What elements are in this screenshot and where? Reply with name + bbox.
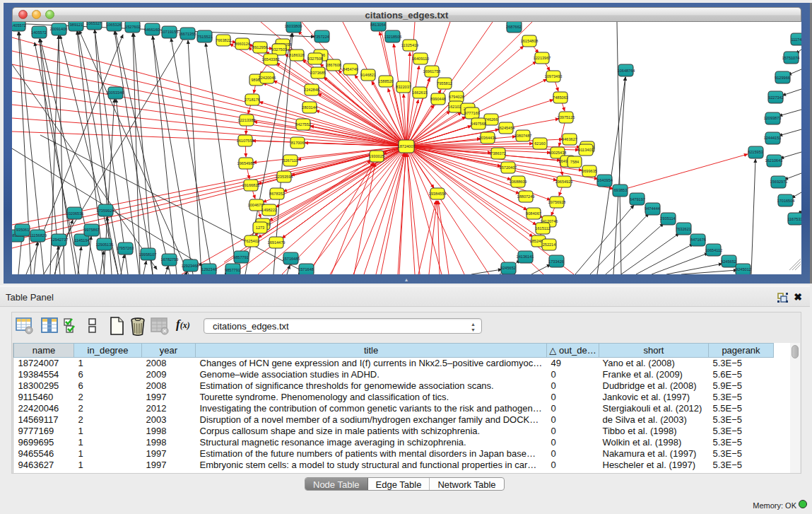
svg-text:8215953: 8215953 <box>748 150 763 154</box>
svg-text:7625402: 7625402 <box>244 239 259 243</box>
svg-text:746266: 746266 <box>485 117 498 122</box>
svg-text:13218506: 13218506 <box>384 35 402 39</box>
svg-text:9245652: 9245652 <box>721 259 736 264</box>
svg-text:1292346: 1292346 <box>201 267 217 271</box>
svg-text:9245012: 9245012 <box>736 267 751 271</box>
svg-text:9129966: 9129966 <box>775 76 790 80</box>
svg-text:8186328: 8186328 <box>289 53 305 57</box>
svg-text:8471676: 8471676 <box>690 238 706 242</box>
svg-text:6479197: 6479197 <box>630 197 645 201</box>
svg-text:12093873: 12093873 <box>764 116 782 120</box>
svg-text:1930025: 1930025 <box>369 154 384 158</box>
svg-text:16961758: 16961758 <box>423 69 441 74</box>
svg-text:20206536: 20206536 <box>66 211 84 216</box>
svg-text:9975867: 9975867 <box>84 228 100 232</box>
svg-text:12353594: 12353594 <box>276 175 293 179</box>
svg-text:989121: 989121 <box>70 23 83 27</box>
svg-text:16914479: 16914479 <box>268 240 286 245</box>
svg-text:16671355: 16671355 <box>179 32 196 36</box>
svg-text:2718176: 2718176 <box>245 98 260 102</box>
svg-text:16409110: 16409110 <box>412 57 429 61</box>
svg-text:7632621: 7632621 <box>676 227 691 231</box>
svg-text:1640954: 1640954 <box>597 178 613 182</box>
svg-text:817006: 817006 <box>291 141 305 145</box>
svg-text:17359924: 17359924 <box>97 209 114 213</box>
svg-text:1117405: 1117405 <box>792 37 801 42</box>
svg-text:2935114: 2935114 <box>660 216 675 221</box>
svg-text:10025438: 10025438 <box>549 151 567 155</box>
svg-text:12213389: 12213389 <box>238 118 256 122</box>
svg-text:2687662: 2687662 <box>506 25 522 29</box>
svg-text:10973493: 10973493 <box>545 74 563 78</box>
svg-text:16210643: 16210643 <box>765 158 783 163</box>
svg-text:3267110: 3267110 <box>283 158 298 163</box>
svg-text:62160: 62160 <box>534 141 546 146</box>
svg-text:9227342: 9227342 <box>768 95 784 100</box>
svg-text:20053346: 20053346 <box>107 90 124 95</box>
svg-text:9146821: 9146821 <box>360 73 376 77</box>
svg-text:9084067: 9084067 <box>526 211 541 216</box>
svg-text:16033809: 16033809 <box>285 24 302 28</box>
svg-text:8912956: 8912956 <box>252 45 268 49</box>
svg-text:1065327: 1065327 <box>86 22 102 25</box>
svg-text:8427552: 8427552 <box>295 122 311 127</box>
svg-text:15716485: 15716485 <box>283 257 300 261</box>
svg-text:1498222: 1498222 <box>261 208 277 212</box>
svg-text:252214: 252214 <box>543 243 556 247</box>
svg-text:7357224: 7357224 <box>314 35 329 39</box>
svg-text:2803144: 2803144 <box>302 105 317 110</box>
svg-text:7485063: 7485063 <box>553 95 568 100</box>
svg-text:15751074: 15751074 <box>782 56 800 60</box>
svg-text:16154808: 16154808 <box>521 39 539 43</box>
svg-text:16782759: 16782759 <box>161 257 179 262</box>
svg-text:8454749: 8454749 <box>343 67 358 71</box>
svg-text:7584: 7584 <box>570 160 579 164</box>
svg-text:9474444: 9474444 <box>645 206 660 211</box>
svg-text:1065326: 1065326 <box>106 23 122 27</box>
svg-text:17957263: 17957263 <box>117 246 134 250</box>
svg-text:8678352: 8678352 <box>269 192 285 196</box>
svg-text:2867608: 2867608 <box>326 63 341 67</box>
svg-text:18724007: 18724007 <box>398 144 416 148</box>
svg-text:6466160: 6466160 <box>144 28 160 32</box>
svg-text:17016504: 17016504 <box>777 199 795 203</box>
svg-text:19958107: 19958107 <box>139 252 157 257</box>
svg-text:8813054: 8813054 <box>370 23 386 27</box>
svg-text:16107553: 16107553 <box>237 139 254 143</box>
svg-text:9327503: 9327503 <box>271 47 287 52</box>
svg-text:19654985: 19654985 <box>237 161 255 165</box>
svg-text:3373685: 3373685 <box>310 71 326 75</box>
svg-text:693853: 693853 <box>614 188 628 192</box>
svg-text:1615112: 1615112 <box>535 226 550 230</box>
svg-text:1405572: 1405572 <box>12 23 26 28</box>
svg-text:15720407: 15720407 <box>500 165 517 170</box>
svg-text:11156829: 11156829 <box>30 233 47 238</box>
svg-text:7955812: 7955812 <box>437 81 452 86</box>
svg-text:935061: 935061 <box>16 228 30 232</box>
svg-text:1405572: 1405572 <box>31 30 47 35</box>
svg-text:6794028: 6794028 <box>449 95 464 99</box>
svg-text:0699635: 0699635 <box>582 169 597 173</box>
svg-text:10719155: 10719155 <box>161 30 179 34</box>
svg-text:7663822: 7663822 <box>216 38 231 42</box>
svg-text:8322037: 8322037 <box>396 85 411 89</box>
svg-text:6497568: 6497568 <box>471 122 486 126</box>
svg-text:14136141: 14136141 <box>517 255 534 259</box>
svg-text:15692971: 15692971 <box>770 180 788 184</box>
svg-text:19166825: 19166825 <box>242 183 260 187</box>
svg-text:20364436: 20364436 <box>479 136 497 140</box>
svg-text:1662615: 1662615 <box>412 90 428 95</box>
svg-text:1527602: 1527602 <box>125 25 141 29</box>
svg-text:9777169: 9777169 <box>464 111 480 115</box>
svg-text:13975125: 13975125 <box>558 115 575 119</box>
svg-text:9463627: 9463627 <box>562 137 577 141</box>
svg-text:10807487: 10807487 <box>514 134 532 138</box>
svg-text:10648764: 10648764 <box>618 69 635 73</box>
svg-text:12213967: 12213967 <box>534 56 551 60</box>
svg-text:8660124: 8660124 <box>235 42 250 46</box>
svg-text:16245454: 16245454 <box>498 126 515 130</box>
svg-text:12942737: 12942737 <box>51 238 69 242</box>
svg-text:1145194: 1145194 <box>74 238 89 243</box>
svg-text:10654112: 10654112 <box>705 248 722 252</box>
svg-text:7515521: 7515521 <box>197 35 213 39</box>
